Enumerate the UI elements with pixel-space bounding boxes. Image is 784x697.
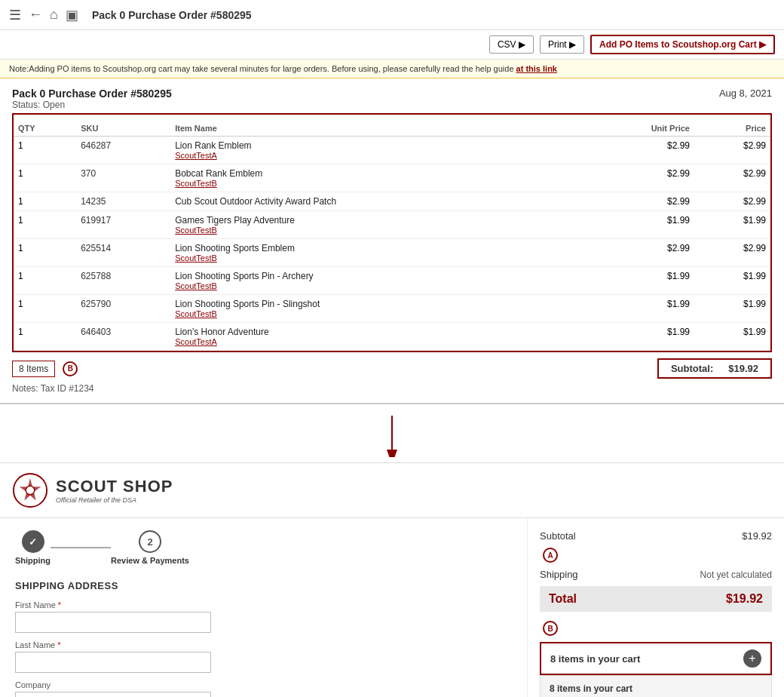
summary-shipping-label: Shipping bbox=[540, 569, 578, 580]
cell-qty: 1 bbox=[14, 137, 76, 164]
item-name-text: Lion Shooting Sports Pin - Archery bbox=[175, 271, 313, 281]
cell-qty: 1 bbox=[14, 323, 76, 351]
cell-sku: 625514 bbox=[76, 239, 170, 267]
table-row: 1 625788 Lion Shooting Sports Pin - Arch… bbox=[14, 267, 770, 295]
step-1-checkmark bbox=[29, 536, 37, 548]
cell-sku: 14235 bbox=[76, 192, 170, 211]
scout-link[interactable]: ScoutTestA bbox=[175, 151, 575, 160]
col-unit-price: Unit Price bbox=[580, 121, 694, 137]
cell-price: $2.99 bbox=[694, 239, 770, 267]
step-1: Shipping bbox=[15, 530, 51, 565]
cart-area: Subtotal $19.92 A Shipping Not yet calcu… bbox=[528, 518, 784, 697]
last-name-label: Last Name * bbox=[15, 640, 512, 649]
cell-price: $2.99 bbox=[694, 137, 770, 164]
arrow-svg bbox=[317, 412, 467, 457]
scout-link[interactable]: ScoutTestB bbox=[175, 253, 575, 263]
col-qty: QTY bbox=[14, 121, 76, 137]
cell-unit-price: $1.99 bbox=[580, 323, 694, 351]
cell-unit-price: $2.99 bbox=[580, 239, 694, 267]
notes-line: Notes: Tax ID #1234 bbox=[12, 383, 772, 394]
col-item-name: Item Name bbox=[170, 121, 580, 137]
scout-link[interactable]: ScoutTestB bbox=[175, 281, 575, 290]
menu-icon[interactable]: ☰ bbox=[9, 7, 21, 23]
scout-link[interactable]: ScoutTestA bbox=[175, 337, 575, 346]
table-row: 1 370 Bobcat Rank Emblem ScoutTestB $2.9… bbox=[14, 164, 770, 192]
cell-sku: 625788 bbox=[76, 267, 170, 295]
doc-icon[interactable]: ▣ bbox=[66, 7, 78, 23]
po-section: Pack 0 Purchase Order #580295 Status: Op… bbox=[0, 78, 784, 404]
first-name-input[interactable] bbox=[15, 612, 211, 633]
item-name-text: Games Tigers Play Adventure bbox=[175, 215, 295, 226]
total-label: Total bbox=[549, 592, 577, 606]
cell-unit-price: $1.99 bbox=[580, 267, 694, 295]
first-name-label: First Name * bbox=[15, 600, 512, 609]
po-footer: 8 Items B Subtotal: $19.92 bbox=[12, 358, 772, 379]
annotation-a: A bbox=[543, 548, 558, 563]
home-icon[interactable]: ⌂ bbox=[50, 7, 58, 23]
last-name-input[interactable] bbox=[15, 652, 211, 673]
shipping-row: Shipping Not yet calculated bbox=[540, 569, 772, 580]
shipping-title: SHIPPING ADDRESS bbox=[15, 580, 512, 591]
cart-toggle[interactable]: 8 items in your cart + bbox=[540, 642, 772, 675]
scout-logo-text: SCOUT SHOP bbox=[56, 477, 173, 496]
cell-item-name: Cub Scout Outdoor Activity Award Patch bbox=[170, 192, 580, 211]
cell-qty: 1 bbox=[14, 267, 76, 295]
cell-qty: 1 bbox=[14, 192, 76, 211]
table-row: 1 646287 Lion Rank Emblem ScoutTestA $2.… bbox=[14, 137, 770, 164]
po-table: QTY SKU Item Name Unit Price Price 1 646… bbox=[14, 121, 770, 351]
item-name-text: Lion Shooting Sports Emblem bbox=[175, 243, 295, 253]
csv-button[interactable]: CSV ▶ bbox=[489, 35, 534, 54]
summary-subtotal-label: Subtotal bbox=[540, 530, 576, 542]
cell-unit-price: $1.99 bbox=[580, 295, 694, 323]
subtotal-label: Subtotal: bbox=[671, 363, 713, 374]
step-1-circle bbox=[22, 530, 44, 553]
notice-text: Note:Adding PO items to Scoutshop.org ca… bbox=[9, 64, 516, 73]
stepper: Shipping 2 Review & Payments bbox=[15, 530, 512, 565]
annotation-a-row: A bbox=[540, 548, 772, 563]
cell-unit-price: $2.99 bbox=[580, 192, 694, 211]
step-2-label: Review & Payments bbox=[111, 556, 189, 565]
cell-price: $1.99 bbox=[694, 211, 770, 239]
scout-emblem-icon bbox=[12, 472, 48, 508]
cart-items-header: 8 items in your cart bbox=[550, 683, 762, 694]
notice-link[interactable]: at this link bbox=[516, 64, 557, 73]
annotation-b: B bbox=[63, 361, 78, 376]
cell-item-name: Lion Shooting Sports Pin - Slingshot Sco… bbox=[170, 295, 580, 323]
scout-link[interactable]: ScoutTestB bbox=[175, 226, 575, 235]
table-row: 1 625514 Lion Shooting Sports Emblem Sco… bbox=[14, 239, 770, 267]
cart-expand-button[interactable]: + bbox=[743, 649, 761, 668]
step-2-circle: 2 bbox=[139, 530, 161, 553]
page-title: Pack 0 Purchase Order #580295 bbox=[92, 9, 252, 21]
cell-unit-price: $2.99 bbox=[580, 164, 694, 192]
cart-toggle-label: 8 items in your cart bbox=[550, 653, 640, 665]
item-name-text: Bobcat Rank Emblem bbox=[175, 168, 262, 179]
po-table-wrapper: QTY SKU Item Name Unit Price Price 1 646… bbox=[12, 113, 772, 352]
step-2: 2 Review & Payments bbox=[111, 530, 189, 565]
table-row: 1 14235 Cub Scout Outdoor Activity Award… bbox=[14, 192, 770, 211]
table-row: 1 625790 Lion Shooting Sports Pin - Slin… bbox=[14, 295, 770, 323]
scout-logo-subtitle: Official Retailer of the DSA bbox=[56, 496, 173, 504]
cell-unit-price: $2.99 bbox=[580, 137, 694, 164]
po-status: Status: Open bbox=[12, 100, 172, 110]
cell-item-name: Lion Rank Emblem ScoutTestA bbox=[170, 137, 580, 164]
cell-item-name: Lion Shooting Sports Emblem ScoutTestB bbox=[170, 239, 580, 267]
scout-link[interactable]: ScoutTestB bbox=[175, 179, 575, 188]
cell-qty: 1 bbox=[14, 211, 76, 239]
scout-link[interactable]: ScoutTestB bbox=[175, 309, 575, 318]
action-bar: CSV ▶ Print ▶ Add PO Items to Scoutshop.… bbox=[0, 30, 784, 60]
po-date: Aug 8, 2021 bbox=[719, 88, 772, 99]
print-button[interactable]: Print ▶ bbox=[540, 35, 584, 54]
subtotal-value: $19.92 bbox=[728, 363, 758, 374]
required-marker-2: * bbox=[57, 640, 60, 649]
cell-item-name: Lion's Honor Adventure ScoutTestA bbox=[170, 323, 580, 351]
scout-shop-header: SCOUT SHOP Official Retailer of the DSA bbox=[0, 463, 784, 518]
back-icon[interactable]: ← bbox=[29, 7, 42, 23]
cell-price: $2.99 bbox=[694, 192, 770, 211]
add-po-button[interactable]: Add PO Items to Scoutshop.org Cart ▶ bbox=[590, 35, 775, 54]
form-area: Shipping 2 Review & Payments SHIPPING AD… bbox=[0, 518, 528, 697]
company-input[interactable] bbox=[15, 692, 211, 697]
cell-price: $1.99 bbox=[694, 267, 770, 295]
summary-shipping-value: Not yet calculated bbox=[700, 570, 772, 580]
step-1-label: Shipping bbox=[15, 556, 51, 565]
item-name-text: Lion Rank Emblem bbox=[175, 140, 251, 151]
